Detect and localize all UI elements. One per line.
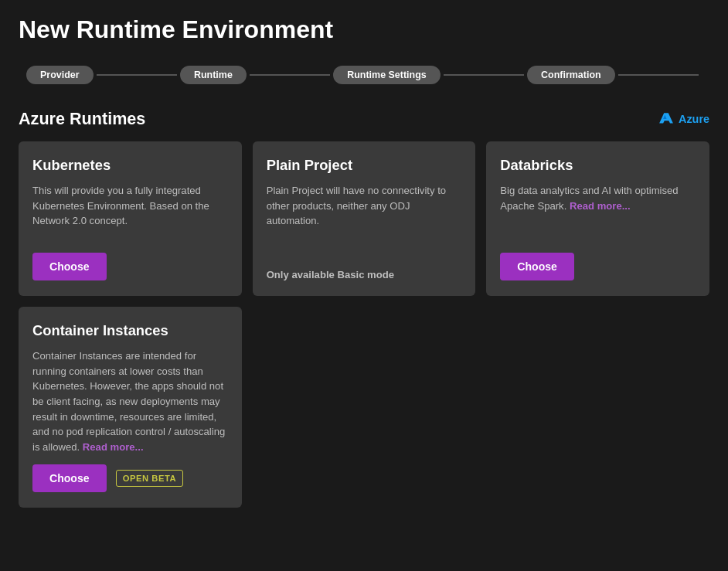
azure-icon — [658, 111, 674, 127]
card-kubernetes: Kubernetes This will provide you a fully… — [19, 141, 242, 296]
container-instances-description: Container Instances are intended for run… — [32, 348, 228, 455]
step-line-4 — [618, 74, 699, 76]
open-beta-badge: OPEN BETA — [116, 470, 183, 487]
stepper: Provider Runtime Runtime Settings Confir… — [19, 66, 709, 84]
databricks-description: Big data analytics and AI with optimised… — [500, 183, 696, 243]
container-instances-read-more[interactable]: Read more... — [83, 441, 144, 453]
cards-grid: Kubernetes This will provide you a fully… — [19, 141, 709, 508]
plain-project-description: Plain Project will have no connectivity … — [267, 183, 462, 260]
section-header: Azure Runtimes Azure — [19, 109, 709, 129]
step-line-1 — [97, 74, 177, 76]
card-databricks: Databricks Big data analytics and AI wit… — [486, 141, 709, 296]
databricks-read-more[interactable]: Read more... — [570, 200, 631, 212]
page-title: New Runtime Environment — [19, 15, 709, 44]
step-line-2 — [250, 74, 330, 76]
container-instances-choose-button[interactable]: Choose — [32, 464, 107, 492]
kubernetes-choose-button[interactable]: Choose — [32, 253, 107, 280]
step-runtime-settings: Runtime Settings — [333, 66, 441, 84]
container-instances-footer: Choose OPEN BETA — [32, 464, 228, 492]
section-title: Azure Runtimes — [19, 109, 145, 129]
card-plain-project: Plain Project Plain Project will have no… — [253, 141, 476, 296]
step-provider: Provider — [26, 66, 94, 84]
card-container-instances: Container Instances Container Instances … — [19, 307, 242, 508]
azure-label: Azure — [679, 113, 709, 125]
step-line-3 — [444, 74, 524, 76]
azure-badge: Azure — [658, 111, 709, 127]
plain-project-only-basic: Only available Basic mode — [267, 269, 462, 280]
step-runtime: Runtime — [180, 66, 247, 84]
kubernetes-title: Kubernetes — [32, 157, 228, 174]
plain-project-title: Plain Project — [267, 157, 462, 174]
step-confirmation: Confirmation — [527, 66, 615, 84]
databricks-title: Databricks — [500, 157, 696, 174]
kubernetes-description: This will provide you a fully integrated… — [32, 183, 228, 243]
databricks-choose-button[interactable]: Choose — [500, 253, 574, 280]
container-instances-title: Container Instances — [32, 322, 228, 339]
